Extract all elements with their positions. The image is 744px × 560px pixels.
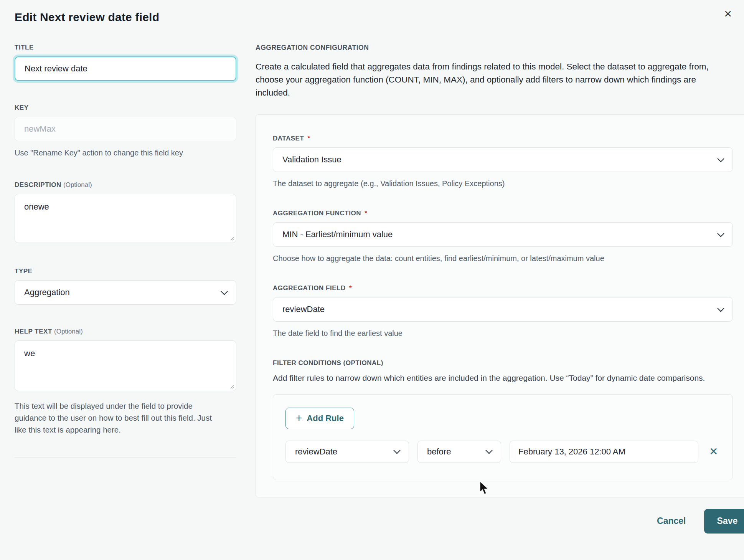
type-select[interactable]: Aggregation bbox=[15, 280, 236, 305]
help-text-optional-text: (Optional) bbox=[54, 328, 83, 335]
filter-rule-row: reviewDate before ✕ bbox=[285, 441, 720, 463]
help-text-label-text: HELP TEXT bbox=[15, 328, 52, 335]
close-icon[interactable]: × bbox=[724, 7, 732, 20]
aggregation-field-select-value: reviewDate bbox=[282, 304, 325, 314]
rule-field-select[interactable]: reviewDate bbox=[285, 441, 409, 463]
key-input bbox=[15, 117, 236, 141]
dataset-label-text: DATASET bbox=[273, 135, 304, 142]
description-textarea-wrap: onewe bbox=[15, 194, 236, 244]
help-text-group: HELP TEXT (Optional) we This text will b… bbox=[15, 328, 236, 436]
key-helper: Use "Rename Key" action to change this f… bbox=[15, 147, 236, 158]
aggregation-function-group: AGGREGATION FUNCTION * MIN - Earliest/mi… bbox=[273, 210, 733, 264]
cancel-button[interactable]: Cancel bbox=[657, 516, 686, 526]
aggregation-function-select-value: MIN - Earliest/minimum value bbox=[282, 230, 393, 240]
title-input[interactable] bbox=[15, 56, 236, 81]
required-asterisk: * bbox=[365, 210, 367, 217]
chevron-down-icon bbox=[718, 155, 724, 162]
filter-conditions-label: FILTER CONDITIONS (OPTIONAL) bbox=[273, 359, 733, 367]
aggregation-field-label-text: AGGREGATION FIELD bbox=[273, 284, 346, 292]
dialog-footer: Cancel Save bbox=[256, 509, 744, 534]
key-label: KEY bbox=[15, 104, 236, 112]
dialog-title: Edit Next review date field bbox=[15, 11, 731, 24]
add-rule-label: Add Rule bbox=[307, 413, 344, 423]
help-text-label: HELP TEXT (Optional) bbox=[15, 328, 236, 335]
filter-rules-panel: + Add Rule reviewDate before bbox=[273, 394, 733, 480]
chevron-down-icon bbox=[718, 305, 724, 312]
aggregation-field-group: AGGREGATION FIELD * reviewDate The date … bbox=[273, 284, 733, 339]
aggregation-field-select[interactable]: reviewDate bbox=[273, 297, 733, 322]
description-group: DESCRIPTION (Optional) onewe bbox=[15, 181, 236, 244]
aggregation-function-select[interactable]: MIN - Earliest/minimum value bbox=[273, 222, 733, 247]
help-text-note: This text will be displayed under the fi… bbox=[15, 400, 214, 436]
aggregation-function-label-text: AGGREGATION FUNCTION bbox=[273, 210, 361, 217]
type-label: TYPE bbox=[15, 268, 236, 275]
type-group: TYPE Aggregation bbox=[15, 268, 236, 305]
dataset-select-value: Validation Issue bbox=[282, 155, 341, 165]
resize-grip-icon[interactable] bbox=[228, 235, 234, 242]
dialog-columns: TITLE KEY Use "Rename Key" action to cha… bbox=[15, 44, 731, 534]
divider bbox=[15, 457, 236, 458]
aggregation-function-helper: Choose how to aggregate the data: count … bbox=[273, 253, 733, 264]
dataset-helper: The dataset to aggregate (e.g., Validati… bbox=[273, 178, 733, 189]
rule-operator-select[interactable]: before bbox=[417, 441, 501, 463]
remove-rule-icon[interactable]: ✕ bbox=[707, 445, 720, 459]
aggregation-heading: AGGREGATION CONFIGURATION bbox=[256, 44, 744, 52]
aggregation-field-helper: The date field to find the earliest valu… bbox=[273, 328, 733, 339]
filter-conditions-group: FILTER CONDITIONS (OPTIONAL) Add filter … bbox=[273, 359, 733, 480]
description-optional-text: (Optional) bbox=[63, 181, 92, 188]
key-group: KEY Use "Rename Key" action to change th… bbox=[15, 104, 236, 158]
chevron-down-icon bbox=[221, 288, 228, 295]
required-asterisk: * bbox=[349, 284, 352, 292]
dataset-label: DATASET * bbox=[273, 135, 733, 142]
rule-field-select-value: reviewDate bbox=[295, 447, 337, 457]
chevron-down-icon bbox=[393, 447, 400, 454]
filter-conditions-helper: Add filter rules to narrow down which en… bbox=[273, 372, 733, 384]
required-asterisk: * bbox=[308, 135, 310, 142]
edit-field-dialog: Edit Next review date field × TITLE KEY … bbox=[0, 0, 744, 560]
dataset-group: DATASET * Validation Issue The dataset t… bbox=[273, 135, 733, 189]
description-textarea[interactable]: onewe bbox=[15, 194, 236, 243]
description-label-text: DESCRIPTION bbox=[15, 181, 61, 188]
type-select-value: Aggregation bbox=[24, 287, 70, 297]
description-label: DESCRIPTION (Optional) bbox=[15, 181, 236, 189]
aggregation-field-label: AGGREGATION FIELD * bbox=[273, 284, 733, 292]
title-group: TITLE bbox=[15, 44, 236, 81]
aggregation-column: AGGREGATION CONFIGURATION Create a calcu… bbox=[256, 44, 744, 534]
field-settings-column: TITLE KEY Use "Rename Key" action to cha… bbox=[15, 44, 236, 534]
chevron-down-icon bbox=[485, 447, 492, 454]
title-label: TITLE bbox=[15, 44, 236, 51]
rule-operator-select-value: before bbox=[427, 447, 451, 457]
help-text-textarea-wrap: we bbox=[15, 340, 236, 393]
chevron-down-icon bbox=[718, 230, 724, 237]
dataset-select[interactable]: Validation Issue bbox=[273, 147, 733, 172]
resize-grip-icon[interactable] bbox=[228, 383, 234, 390]
plus-icon: + bbox=[296, 413, 302, 423]
save-button[interactable]: Save bbox=[704, 509, 744, 534]
rule-date-input[interactable] bbox=[510, 441, 698, 463]
aggregation-card: DATASET * Validation Issue The dataset t… bbox=[256, 114, 744, 497]
aggregation-function-label: AGGREGATION FUNCTION * bbox=[273, 210, 733, 217]
help-text-textarea[interactable]: we bbox=[15, 340, 236, 391]
add-rule-button[interactable]: + Add Rule bbox=[285, 408, 354, 429]
aggregation-intro: Create a calculated field that aggregate… bbox=[256, 60, 728, 99]
